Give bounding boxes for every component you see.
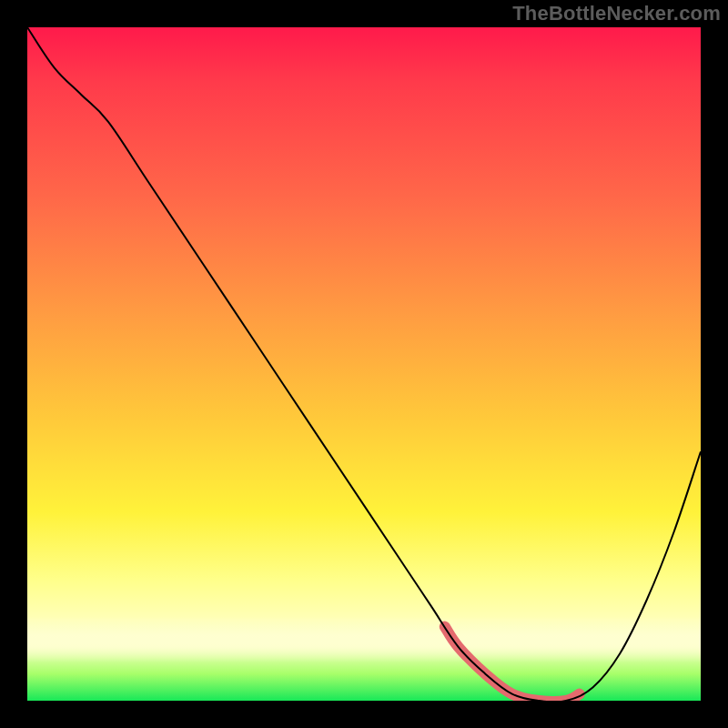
- curve-layer: [27, 27, 701, 701]
- watermark-text: TheBottleNecker.com: [512, 2, 721, 25]
- chart-frame: TheBottleNecker.com: [0, 0, 728, 728]
- plot-area: [27, 27, 701, 701]
- bottleneck-curve: [27, 27, 701, 701]
- highlight-segment: [445, 627, 580, 701]
